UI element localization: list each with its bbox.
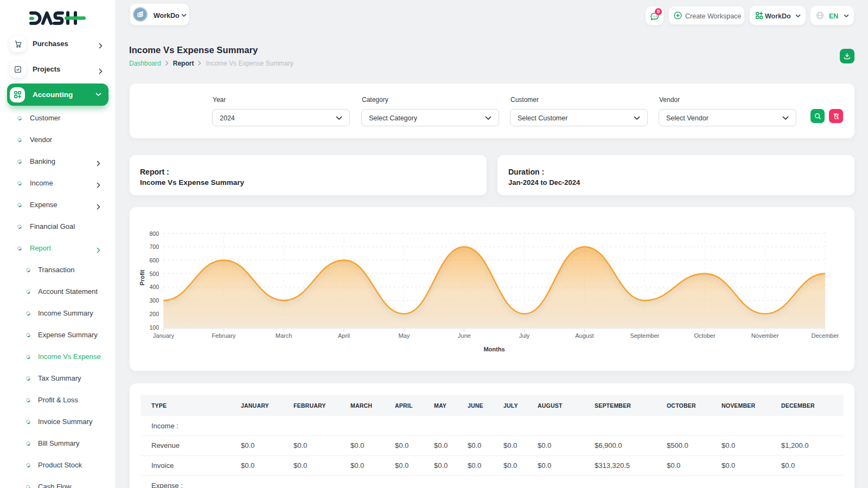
svg-text:800: 800 [149,230,159,237]
svg-text:300: 300 [149,297,159,304]
svg-text:600: 600 [149,257,159,264]
svg-text:September: September [630,332,659,339]
svg-text:100: 100 [149,324,159,331]
svg-text:200: 200 [149,311,159,317]
svg-text:500: 500 [149,271,159,277]
svg-text:November: November [751,332,779,339]
svg-text:June: June [458,332,471,339]
svg-text:February: February [212,332,236,339]
svg-text:March: March [276,332,292,339]
svg-text:July: July [519,332,530,339]
svg-text:January: January [153,332,175,339]
svg-text:700: 700 [149,243,159,250]
svg-text:Months: Months [483,346,505,352]
svg-text:Profit: Profit [139,269,145,285]
svg-text:May: May [398,332,410,339]
svg-text:October: October [694,332,716,339]
svg-text:400: 400 [149,284,159,290]
svg-text:December: December [812,332,839,339]
svg-text:April: April [338,332,350,339]
svg-text:August: August [575,332,593,339]
